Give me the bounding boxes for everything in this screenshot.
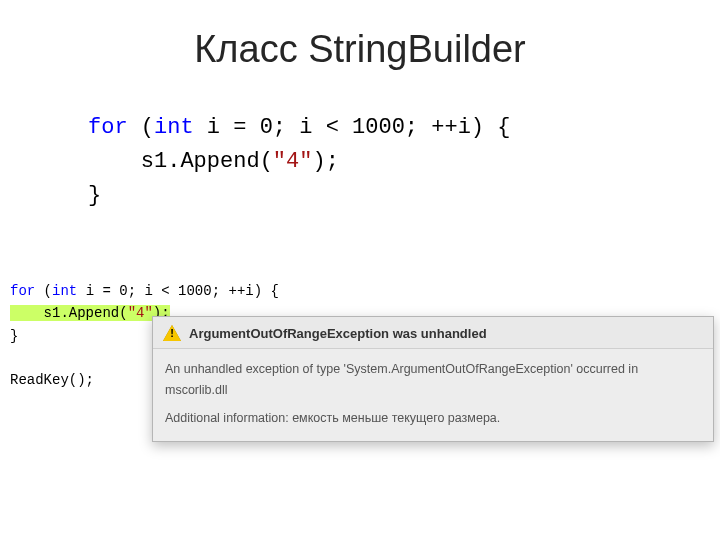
slide-title: Класс StringBuilder (0, 28, 720, 71)
code-text: s1.Append( (10, 305, 128, 321)
code-text: i = 0; i < 1000; ++i) { (194, 115, 511, 140)
keyword-for: for (10, 283, 35, 299)
exception-additional-info: Additional information: емкость меньше т… (165, 408, 701, 429)
warning-icon: ! (163, 324, 181, 342)
code-text: i = 0; i < 1000; ++i) { (77, 283, 279, 299)
code-text: ( (35, 283, 52, 299)
keyword-int: int (154, 115, 194, 140)
exception-body: An unhandled exception of type 'System.A… (153, 349, 713, 441)
breakpoint-highlight: s1.Append("4"); (10, 305, 170, 321)
exception-message: An unhandled exception of type 'System.A… (165, 359, 701, 402)
exception-header: ! ArgumentOutOfRangeException was unhand… (153, 317, 713, 349)
code-snippet: for (int i = 0; i < 1000; ++i) { s1.Appe… (88, 111, 720, 213)
keyword-int: int (52, 283, 77, 299)
code-text: ( (128, 115, 154, 140)
code-line: for (int i = 0; i < 1000; ++i) { (0, 280, 720, 302)
code-text: ); (312, 149, 338, 174)
string-literal: "4" (273, 149, 313, 174)
exception-popup: ! ArgumentOutOfRangeException was unhand… (152, 316, 714, 442)
code-text: } (88, 183, 101, 208)
code-text: s1.Append( (88, 149, 273, 174)
keyword-for: for (88, 115, 128, 140)
exception-title: ArgumentOutOfRangeException was unhandle… (189, 326, 487, 341)
string-literal: "4" (128, 305, 153, 321)
